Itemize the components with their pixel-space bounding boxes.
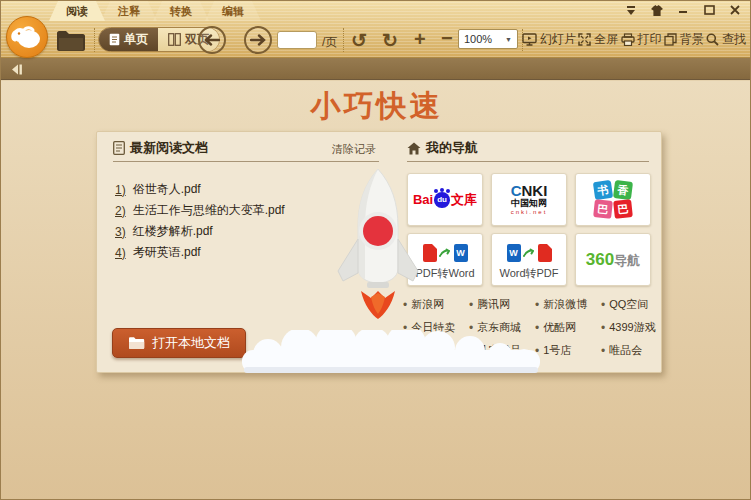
recent-doc-number: 3) [115,225,126,239]
search-button[interactable]: 查找 [706,31,746,48]
quick-link[interactable]: •唯品会 [601,343,655,358]
next-page-button[interactable] [244,26,272,54]
skin-shirt-icon[interactable] [650,4,664,16]
recent-doc-item[interactable]: 1) 俗世奇人.pdf [115,179,285,200]
zoom-level-value: 100% [464,33,492,45]
titlebar-toolbar-chrome: 阅读 注释 转换 编辑 [1,1,751,58]
background-icon [664,33,677,46]
home-icon [407,142,421,155]
print-label: 打印 [638,31,662,48]
360-nav-text: 导航 [614,253,640,268]
prev-page-button[interactable] [198,26,226,54]
slideshow-label: 幻灯片 [540,31,576,48]
tab-edit[interactable]: 编辑 [205,1,261,21]
open-local-doc-button[interactable]: 打开本地文档 [112,328,246,358]
baidu-paw-icon: du [434,192,450,208]
rotate-cw-icon[interactable]: ↻ [382,29,398,52]
recent-docs-title: 最新阅读文档 [130,139,208,157]
slideshow-icon [522,33,537,46]
pdf-to-word-icon: W [423,240,468,266]
recent-doc-item[interactable]: 3) 红楼梦解析.pdf [115,221,285,242]
zoom-level-select[interactable]: 100% ▼ [458,29,518,49]
background-label: 背景 [680,31,704,48]
page-title: 小巧快速 [1,86,751,127]
toolbar-separator [94,28,95,52]
rotate-ccw-icon[interactable]: ↺ [351,29,367,52]
clear-history-link[interactable]: 清除记录 [332,142,376,157]
open-file-folder-icon[interactable] [56,29,88,53]
search-icon [706,33,719,46]
recent-doc-item[interactable]: 2) 生活工作与思维的大变革.pdf [115,200,285,221]
recent-doc-number: 2) [115,204,126,218]
recent-docs-list: 1) 俗世奇人.pdf 2) 生活工作与思维的大变革.pdf 3) 红楼梦解析.… [115,179,285,263]
recent-doc-name: 俗世奇人.pdf [133,181,201,198]
collapse-panel-icon[interactable] [9,63,24,76]
print-button[interactable]: 打印 [621,31,662,48]
cnki-nki-text: NKI [522,182,548,199]
sidebar-collapse-bar [1,58,751,80]
single-page-label: 单页 [124,31,148,48]
recent-doc-number: 4) [115,246,126,260]
page-suffix-label: /页 [322,34,337,51]
minimize-icon[interactable] [676,4,690,16]
quick-link[interactable]: •QQ空间 [601,297,655,312]
tab-convert[interactable]: 转换 [153,1,209,21]
divider [113,161,379,162]
background-button[interactable]: 背景 [664,31,704,48]
cnki-chinese-text: 中国知网 [511,198,547,209]
shuxiang-logo: 书 香 巴 巴 [594,181,633,218]
page-number-input[interactable] [277,31,317,49]
bullet-icon: • [601,346,605,356]
quick-link[interactable]: •新浪微博 [535,297,601,312]
zoom-out-icon[interactable]: − [441,27,453,50]
recent-doc-name: 生活工作与思维的大变革.pdf [133,202,285,219]
bullet-icon: • [601,300,605,310]
my-nav-title: 我的导航 [426,139,478,157]
tab-annotate[interactable]: 注释 [101,1,157,21]
tab-read[interactable]: 阅读 [49,1,105,21]
recent-doc-name: 红楼梦解析.pdf [133,223,213,240]
fullscreen-icon [578,33,591,46]
open-local-doc-label: 打开本地文档 [152,334,230,352]
recent-doc-number: 1) [115,183,126,197]
bullet-icon: • [601,323,605,333]
maximize-icon[interactable] [702,4,716,16]
bullet-icon: • [469,300,473,310]
baidu-wenku-text: 文库 [451,191,477,209]
pdf-to-word-label: PDF转Word [415,266,474,280]
nav-tile-cnki[interactable]: CNKI 中国知网 cnki.net [491,173,567,226]
cnki-c-text: C [511,182,522,199]
close-icon[interactable] [728,4,742,16]
single-page-button[interactable]: 单页 [99,28,158,51]
recent-doc-name: 考研英语.pdf [133,244,201,261]
quick-link[interactable]: •腾讯网 [469,297,535,312]
nav-tile-shuxiangbaba[interactable]: 书 香 巴 巴 [575,173,651,226]
bullet-icon: • [535,300,539,310]
quick-link[interactable]: •4399游戏 [601,320,655,335]
rocket-illustration [332,167,424,319]
print-icon [621,33,635,46]
my-nav-header: 我的导航 [407,139,478,157]
nav-tile-word-to-pdf[interactable]: W Word转PDF [491,233,567,286]
360-number: 360 [586,250,614,269]
nav-tile-360-nav[interactable]: 360导航 [575,233,651,286]
search-label: 查找 [722,31,746,48]
slideshow-button[interactable]: 幻灯片 [522,31,576,48]
menu-dropdown-icon[interactable] [624,4,638,16]
fullscreen-button[interactable]: 全屏 [578,31,618,48]
app-logo-elephant-icon[interactable] [6,16,48,58]
recent-doc-item[interactable]: 4) 考研英语.pdf [115,242,285,263]
app-window: 阅读 注释 转换 编辑 [0,0,751,500]
ribbon-tabs: 阅读 注释 转换 编辑 [53,1,261,21]
document-icon [113,141,125,155]
recent-docs-header: 最新阅读文档 [113,139,208,157]
toolbar-separator [343,28,344,52]
fullscreen-label: 全屏 [594,31,618,48]
toolbar-right-group: 幻灯片 全屏 打印 背景 查找 [522,25,746,53]
divider [407,161,649,162]
zoom-in-icon[interactable]: + [414,28,426,51]
chevron-down-icon: ▼ [505,36,512,43]
cnki-domain-text: cnki.net [511,209,548,216]
window-controls [624,4,742,16]
cloud-illustration [234,330,548,374]
